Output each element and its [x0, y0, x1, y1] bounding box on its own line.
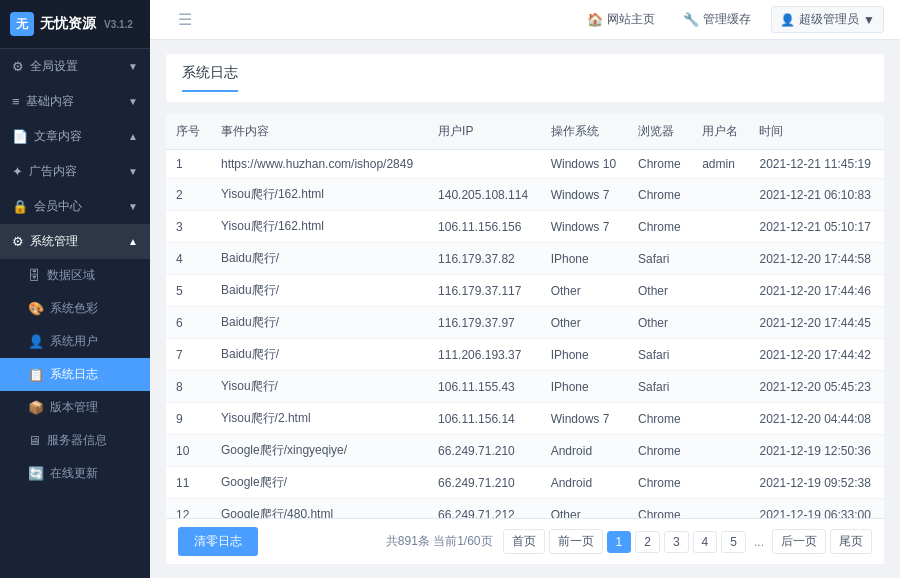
cell-id: 11 [166, 467, 211, 499]
sidebar-sub-xitonguser[interactable]: 👤 系统用户 [0, 325, 150, 358]
first-page-button[interactable]: 首页 [503, 529, 545, 554]
sidebar-sub-server[interactable]: 🖥 服务器信息 [0, 424, 150, 457]
sidebar-sub-shuju[interactable]: 🗄 数据区域 [0, 259, 150, 292]
cell-browser: Chrome [628, 179, 692, 211]
admin-button[interactable]: 👤 超级管理员 ▼ [771, 6, 884, 33]
cell-ip: 66.249.71.212 [428, 499, 541, 519]
cell-browser: Chrome [628, 467, 692, 499]
cell-ip: 106.11.155.43 [428, 371, 541, 403]
sidebar-item-jichu[interactable]: ≡ 基础内容 ▼ [0, 84, 150, 119]
cell-time: 2021-12-20 17:44:58 [749, 243, 884, 275]
cell-browser: Chrome [628, 403, 692, 435]
cell-user [692, 211, 749, 243]
next-page-button[interactable]: 后一页 [772, 529, 826, 554]
page-2-button[interactable]: 2 [635, 531, 660, 553]
col-event: 事件内容 [211, 114, 428, 150]
sidebar-label-guanggao: 广告内容 [29, 163, 77, 180]
sidebar-label-wenzhang: 文章内容 [34, 128, 82, 145]
system-icon: ⚙ [12, 234, 24, 249]
manager-cache-button[interactable]: 🔧 管理缓存 [675, 7, 759, 32]
server-icon: 🖥 [28, 433, 41, 448]
log-table: 序号 事件内容 用户IP 操作系统 浏览器 用户名 时间 1 https://w… [166, 114, 884, 518]
cell-event: Yisou爬行/ [211, 371, 428, 403]
cell-ip: 116.179.37.117 [428, 275, 541, 307]
col-os: 操作系统 [541, 114, 628, 150]
cell-ip: 66.249.71.210 [428, 435, 541, 467]
cell-id: 3 [166, 211, 211, 243]
cell-time: 2021-12-20 04:44:08 [749, 403, 884, 435]
cell-browser: Other [628, 307, 692, 339]
table-row: 10 Google爬行/xingyeqiye/ 66.249.71.210 An… [166, 435, 884, 467]
main-content: ☰ 🏠 网站主页 🔧 管理缓存 👤 超级管理员 ▼ 系统日志 [150, 0, 900, 578]
sidebar-sub-xitongse[interactable]: 🎨 系统色彩 [0, 292, 150, 325]
cell-id: 6 [166, 307, 211, 339]
sidebar-item-huiyuan[interactable]: 🔒 会员中心 ▼ [0, 189, 150, 224]
table-row: 8 Yisou爬行/ 106.11.155.43 IPhone Safari 2… [166, 371, 884, 403]
manager-cache-label: 管理缓存 [703, 11, 751, 28]
cell-os: Android [541, 435, 628, 467]
cell-os: Windows 7 [541, 179, 628, 211]
table-wrapper[interactable]: 序号 事件内容 用户IP 操作系统 浏览器 用户名 时间 1 https://w… [166, 114, 884, 518]
sidebar-item-wenzhang[interactable]: 📄 文章内容 ▲ [0, 119, 150, 154]
table-row: 12 Google爬行/480.html 66.249.71.212 Other… [166, 499, 884, 519]
sidebar-label-huiyuan: 会员中心 [34, 198, 82, 215]
cell-id: 8 [166, 371, 211, 403]
sidebar-item-quanju[interactable]: ⚙ 全局设置 ▼ [0, 49, 150, 84]
table-row: 3 Yisou爬行/162.html 106.11.156.156 Window… [166, 211, 884, 243]
cell-ip: 106.11.156.14 [428, 403, 541, 435]
page-1-button[interactable]: 1 [607, 531, 632, 553]
page-4-button[interactable]: 4 [693, 531, 718, 553]
cell-user [692, 275, 749, 307]
table-row: 9 Yisou爬行/2.html 106.11.156.14 Windows 7… [166, 403, 884, 435]
cell-browser: Chrome [628, 150, 692, 179]
sidebar-item-guanggao[interactable]: ✦ 广告内容 ▼ [0, 154, 150, 189]
cell-time: 2021-12-21 11:45:19 [749, 150, 884, 179]
cell-time: 2021-12-20 17:44:45 [749, 307, 884, 339]
sidebar-sub-update[interactable]: 🔄 在线更新 [0, 457, 150, 490]
cell-user [692, 403, 749, 435]
sidebar-logo: 无 无忧资源 V3.1.2 [0, 0, 150, 49]
cell-event: Yisou爬行/2.html [211, 403, 428, 435]
cell-os: Other [541, 307, 628, 339]
version-badge: V3.1.2 [104, 19, 133, 30]
cell-ip: 111.206.193.37 [428, 339, 541, 371]
sidebar-label-xitong: 系统管理 [30, 233, 78, 250]
cache-icon: 🔧 [683, 12, 699, 27]
sidebar-sub-rizhi[interactable]: 📋 系统日志 [0, 358, 150, 391]
cell-browser: Other [628, 275, 692, 307]
logo-icon: 无 [10, 12, 34, 36]
table-row: 6 Baidu爬行/ 116.179.37.97 Other Other 202… [166, 307, 884, 339]
cell-user [692, 179, 749, 211]
cell-ip [428, 150, 541, 179]
page-3-button[interactable]: 3 [664, 531, 689, 553]
prev-page-button[interactable]: 前一页 [549, 529, 603, 554]
cell-os: Android [541, 467, 628, 499]
cell-ip: 116.179.37.82 [428, 243, 541, 275]
website-home-label: 网站主页 [607, 11, 655, 28]
content-area: 系统日志 序号 事件内容 用户IP 操作系统 浏览器 用户名 时间 [150, 40, 900, 578]
hamburger-button[interactable]: ☰ [166, 0, 204, 41]
website-home-button[interactable]: 🏠 网站主页 [579, 7, 663, 32]
user-icon: 👤 [28, 334, 44, 349]
cell-time: 2021-12-19 12:50:36 [749, 435, 884, 467]
sidebar-sub-label-rizhi: 系统日志 [50, 366, 98, 383]
cell-time: 2021-12-20 05:45:23 [749, 371, 884, 403]
sidebar-sub-label-update: 在线更新 [50, 465, 98, 482]
cell-time: 2021-12-21 05:10:17 [749, 211, 884, 243]
page-title: 系统日志 [182, 64, 238, 92]
sidebar-sub-label-xitonguser: 系统用户 [50, 333, 98, 350]
doc-icon: 📄 [12, 129, 28, 144]
topbar: ☰ 🏠 网站主页 🔧 管理缓存 👤 超级管理员 ▼ [150, 0, 900, 40]
cell-time: 2021-12-20 17:44:42 [749, 339, 884, 371]
cell-id: 5 [166, 275, 211, 307]
last-page-button[interactable]: 尾页 [830, 529, 872, 554]
page-5-button[interactable]: 5 [721, 531, 746, 553]
sidebar-sub-label-server: 服务器信息 [47, 432, 107, 449]
cell-event: Google爬行/480.html [211, 499, 428, 519]
clear-log-button[interactable]: 清零日志 [178, 527, 258, 556]
sidebar-sub-banben[interactable]: 📦 版本管理 [0, 391, 150, 424]
cell-os: Windows 10 [541, 150, 628, 179]
cell-id: 4 [166, 243, 211, 275]
sidebar-item-xitong[interactable]: ⚙ 系统管理 ▲ [0, 224, 150, 259]
cell-browser: Chrome [628, 435, 692, 467]
